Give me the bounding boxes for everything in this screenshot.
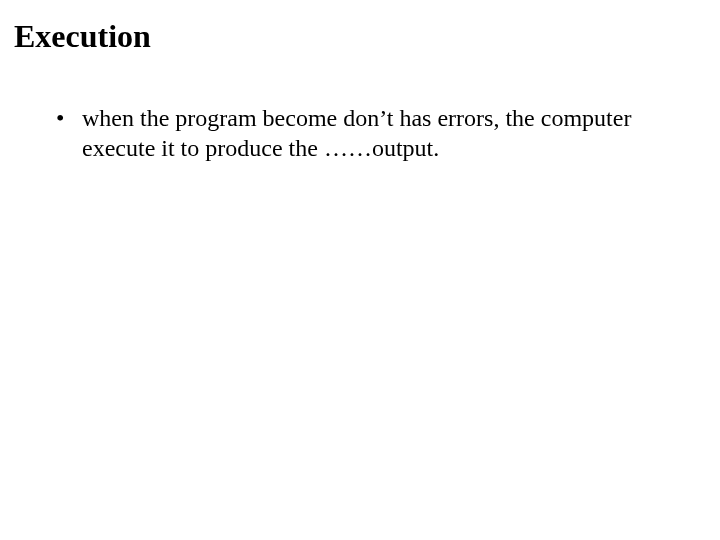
bullet-list: when the program become don’t has errors…	[14, 103, 706, 163]
bullet-item: when the program become don’t has errors…	[56, 103, 706, 163]
slide-title: Execution	[14, 18, 706, 55]
